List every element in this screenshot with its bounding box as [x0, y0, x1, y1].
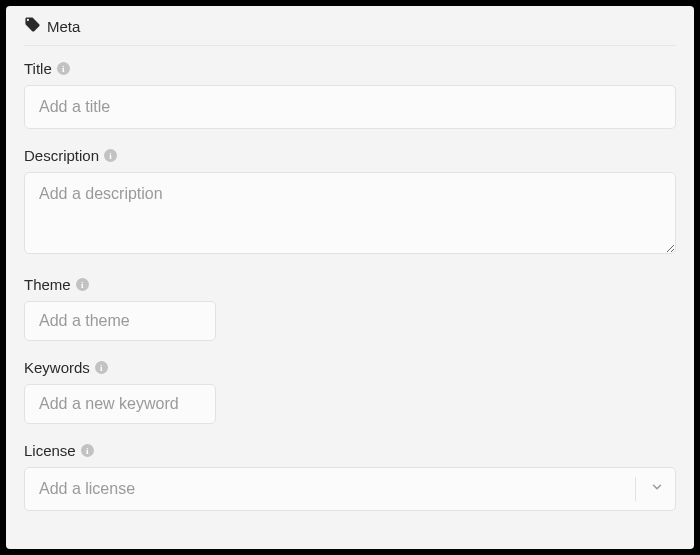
- keywords-label: Keywords: [24, 359, 90, 376]
- info-icon[interactable]: i: [95, 361, 108, 374]
- field-label-row: Keywords i: [24, 359, 676, 376]
- license-label: License: [24, 442, 76, 459]
- description-label: Description: [24, 147, 99, 164]
- field-theme: Theme i: [24, 276, 676, 341]
- license-select[interactable]: Add a license: [24, 467, 676, 511]
- field-label-row: License i: [24, 442, 676, 459]
- info-icon[interactable]: i: [76, 278, 89, 291]
- field-license: License i Add a license: [24, 442, 676, 511]
- description-input[interactable]: [24, 172, 676, 254]
- license-select-wrap: Add a license: [24, 467, 676, 511]
- field-label-row: Description i: [24, 147, 676, 164]
- field-title: Title i: [24, 60, 676, 129]
- info-icon[interactable]: i: [104, 149, 117, 162]
- section-header: Meta: [24, 16, 676, 46]
- info-icon[interactable]: i: [81, 444, 94, 457]
- field-label-row: Title i: [24, 60, 676, 77]
- field-label-row: Theme i: [24, 276, 676, 293]
- field-description: Description i: [24, 147, 676, 258]
- title-input[interactable]: [24, 85, 676, 129]
- tag-icon: [24, 16, 41, 37]
- meta-panel: Meta Title i Description i Theme i Keywo…: [6, 6, 694, 549]
- theme-input[interactable]: [24, 301, 216, 341]
- theme-label: Theme: [24, 276, 71, 293]
- field-keywords: Keywords i: [24, 359, 676, 424]
- select-divider: [635, 477, 636, 501]
- keywords-input[interactable]: [24, 384, 216, 424]
- section-title: Meta: [47, 18, 80, 35]
- title-label: Title: [24, 60, 52, 77]
- license-placeholder: Add a license: [39, 480, 135, 498]
- info-icon[interactable]: i: [57, 62, 70, 75]
